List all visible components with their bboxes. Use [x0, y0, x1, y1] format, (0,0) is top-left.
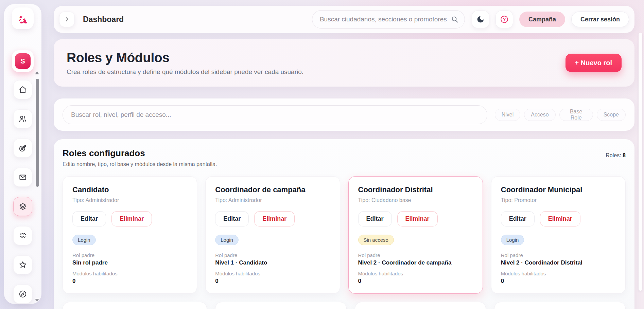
delete-role-button[interactable]: Eliminar — [397, 211, 438, 226]
user-avatar[interactable]: S — [12, 50, 34, 72]
delete-role-button[interactable]: Eliminar — [111, 211, 152, 226]
modules-value: 0 — [358, 278, 473, 285]
filter-chip-nivel[interactable]: Nivel — [495, 109, 521, 121]
hero-title: Roles y Módulos — [67, 50, 303, 65]
filter-chip-scope[interactable]: Scope — [597, 109, 626, 121]
avatar-initial: S — [15, 53, 31, 69]
roles-grid-row2: SeccionalEditarEliminarCiudadanoJefe Man… — [63, 302, 626, 309]
global-search-input[interactable] — [320, 16, 451, 23]
sidebar: a S — [4, 4, 41, 304]
app-logo[interactable]: a — [12, 7, 34, 29]
sidebar-item-users[interactable] — [13, 109, 32, 128]
sidebar-item-goals[interactable] — [13, 139, 32, 158]
roles-count: Roles: 8 — [606, 152, 626, 159]
role-name: Coordinador Municipal — [501, 185, 616, 194]
role-card: Coordinador DistritalTipo: Ciudadano bas… — [348, 176, 483, 294]
sidebar-item-messages[interactable] — [13, 168, 32, 187]
modules-value: 0 — [215, 278, 330, 285]
edit-role-button[interactable]: Editar — [501, 211, 535, 226]
role-type: Tipo: Ciudadano base — [358, 197, 473, 203]
role-type: Tipo: Promotor — [501, 197, 616, 203]
access-badge: Login — [215, 235, 239, 245]
dark-mode-toggle[interactable] — [472, 11, 489, 28]
compass-icon — [18, 290, 27, 298]
modules-label: Módulos habilitados — [215, 271, 330, 276]
roles-count-label: Roles: — [606, 152, 621, 158]
access-badge: Login — [501, 235, 524, 245]
sidebar-scrollbar[interactable] — [36, 79, 39, 187]
parent-role-value: Nivel 1 · Candidato — [215, 259, 330, 266]
role-card: SeccionalEditarEliminar — [63, 302, 207, 309]
role-search — [63, 105, 487, 124]
parent-role-value: Nivel 2 · Coordinador de campaña — [358, 259, 473, 266]
help-icon: ? — [500, 15, 509, 24]
sidebar-item-levels[interactable] — [13, 226, 32, 245]
role-card: Nueva Jefa De Manzana — [494, 302, 626, 309]
edit-role-button[interactable]: Editar — [215, 211, 249, 226]
role-card: Coordinador MunicipalTipo: PromotorEdita… — [491, 176, 626, 294]
filter-chips: NivelAccesoBase RoleScope — [495, 109, 626, 121]
access-badge: Sin acceso — [358, 235, 394, 245]
sidebar-divider — [10, 77, 35, 77]
role-card: Coordinador de campañaTipo: Administrado… — [205, 176, 340, 294]
new-role-button[interactable]: + Nuevo rol — [565, 54, 622, 72]
sidebar-nav — [13, 80, 32, 304]
sidebar-item-roles-modules[interactable] — [13, 197, 32, 216]
edit-role-button[interactable]: Editar — [72, 211, 106, 226]
layers-icon — [18, 202, 27, 211]
mail-icon — [18, 173, 27, 182]
parent-role-label: Rol padre — [501, 252, 616, 258]
modules-value: 0 — [72, 278, 187, 285]
modules-label: Módulos habilitados — [72, 271, 187, 276]
delete-role-button[interactable]: Eliminar — [540, 211, 580, 226]
sidebar-item-explore[interactable] — [13, 285, 32, 304]
roles-panel: Roles configurados Roles: 8 Edita nombre… — [54, 139, 634, 309]
modules-label: Módulos habilitados — [358, 271, 473, 276]
access-badge: Login — [72, 235, 96, 245]
parent-role-value: Sin rol padre — [72, 259, 187, 266]
section-subtitle: Edita nombre, tipo, rol base y módulos d… — [63, 161, 626, 167]
role-card: Ciudadano — [215, 302, 347, 309]
role-search-input[interactable] — [71, 111, 479, 119]
parent-role-label: Rol padre — [358, 252, 473, 258]
help-button[interactable]: ? — [495, 11, 513, 28]
search-icon — [451, 16, 458, 23]
hero-subtitle: Crea roles de estructura y define qué mó… — [67, 68, 303, 76]
page-scrollbar[interactable] — [639, 33, 642, 291]
roles-grid: CandidatoTipo: AdministradorEditarElimin… — [63, 176, 626, 294]
campaign-button[interactable]: Campaña — [519, 12, 565, 27]
role-card: CandidatoTipo: AdministradorEditarElimin… — [63, 176, 197, 294]
global-search — [312, 10, 465, 29]
users-icon — [18, 114, 27, 123]
modules-value: 0 — [501, 278, 616, 285]
parent-role-value: Nivel 2 · Coordinador Distrital — [501, 259, 616, 266]
filter-bar: NivelAccesoBase RoleScope — [54, 98, 634, 131]
top-bar: Dashboard ? Campaña Cerrar sesión — [54, 6, 634, 33]
role-card: Jefe Manzana — [355, 302, 486, 309]
edit-role-button[interactable]: Editar — [358, 211, 392, 226]
role-name: Candidato — [72, 185, 187, 194]
svg-text:?: ? — [503, 17, 506, 22]
sidebar-item-favorites[interactable] — [13, 255, 32, 274]
filter-chip-base-role[interactable]: Base Role — [559, 109, 593, 121]
page-title: Dashboard — [83, 15, 124, 24]
logout-button[interactable]: Cerrar sesión — [571, 12, 629, 27]
moon-icon — [476, 15, 485, 23]
hero-panel: Roles y Módulos Crea roles de estructura… — [54, 39, 634, 87]
role-type: Tipo: Administrador — [215, 197, 330, 203]
target-icon — [18, 144, 27, 152]
modules-label: Módulos habilitados — [501, 271, 616, 276]
home-icon — [18, 85, 27, 94]
star-icon — [18, 260, 27, 269]
parent-role-label: Rol padre — [215, 252, 330, 258]
levels-icon — [18, 231, 27, 240]
roles-count-value: 8 — [623, 152, 626, 158]
delete-role-button[interactable]: Eliminar — [254, 211, 295, 226]
role-name: Coordinador de campaña — [215, 185, 330, 194]
sidebar-item-home[interactable] — [13, 80, 32, 99]
collapse-sidebar-button[interactable] — [59, 12, 75, 27]
sidebar-scroll-up-icon[interactable] — [35, 71, 39, 74]
filter-chip-acceso[interactable]: Acceso — [524, 109, 555, 121]
sidebar-scroll-down-icon[interactable] — [35, 299, 39, 302]
role-type: Tipo: Administrador — [72, 197, 187, 203]
